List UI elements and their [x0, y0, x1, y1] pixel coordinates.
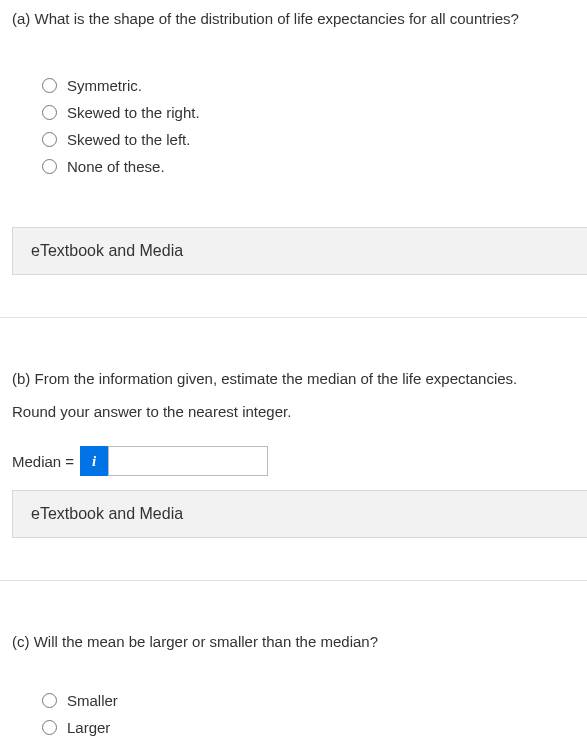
option-radio-skewed-left[interactable]: [42, 132, 57, 147]
option-radio-larger[interactable]: [42, 720, 57, 735]
option-row: Smaller: [42, 692, 575, 709]
option-row: Skewed to the right.: [42, 104, 575, 121]
options-group-a: Symmetric. Skewed to the right. Skewed t…: [0, 29, 587, 209]
option-radio-symmetric[interactable]: [42, 78, 57, 93]
options-group-c: Smaller Larger: [0, 652, 587, 750]
question-part-b: (b) From the information given, estimate…: [0, 360, 587, 538]
option-label[interactable]: None of these.: [67, 158, 165, 175]
option-label[interactable]: Symmetric.: [67, 77, 142, 94]
option-row: Larger: [42, 719, 575, 736]
question-a-prompt: (a) What is the shape of the distributio…: [0, 0, 587, 29]
median-input[interactable]: [108, 446, 268, 476]
question-b-instruction: Round your answer to the nearest integer…: [0, 389, 587, 422]
section-divider: [0, 317, 587, 318]
question-c-prompt: (c) Will the mean be larger or smaller t…: [0, 623, 587, 652]
option-row: None of these.: [42, 158, 575, 175]
question-b-prompt: (b) From the information given, estimate…: [0, 360, 587, 389]
option-label[interactable]: Skewed to the left.: [67, 131, 190, 148]
option-label[interactable]: Skewed to the right.: [67, 104, 200, 121]
question-part-a: (a) What is the shape of the distributio…: [0, 0, 587, 275]
etextbook-media-button[interactable]: eTextbook and Media: [12, 490, 587, 538]
etextbook-media-button[interactable]: eTextbook and Media: [12, 227, 587, 275]
option-row: Skewed to the left.: [42, 131, 575, 148]
median-input-row: Median = i: [0, 422, 587, 476]
option-label[interactable]: Larger: [67, 719, 110, 736]
option-radio-smaller[interactable]: [42, 693, 57, 708]
question-part-c: (c) Will the mean be larger or smaller t…: [0, 623, 587, 750]
option-radio-none[interactable]: [42, 159, 57, 174]
info-icon[interactable]: i: [80, 446, 108, 476]
median-label: Median =: [12, 453, 74, 470]
option-label[interactable]: Smaller: [67, 692, 118, 709]
section-divider: [0, 580, 587, 581]
option-radio-skewed-right[interactable]: [42, 105, 57, 120]
option-row: Symmetric.: [42, 77, 575, 94]
